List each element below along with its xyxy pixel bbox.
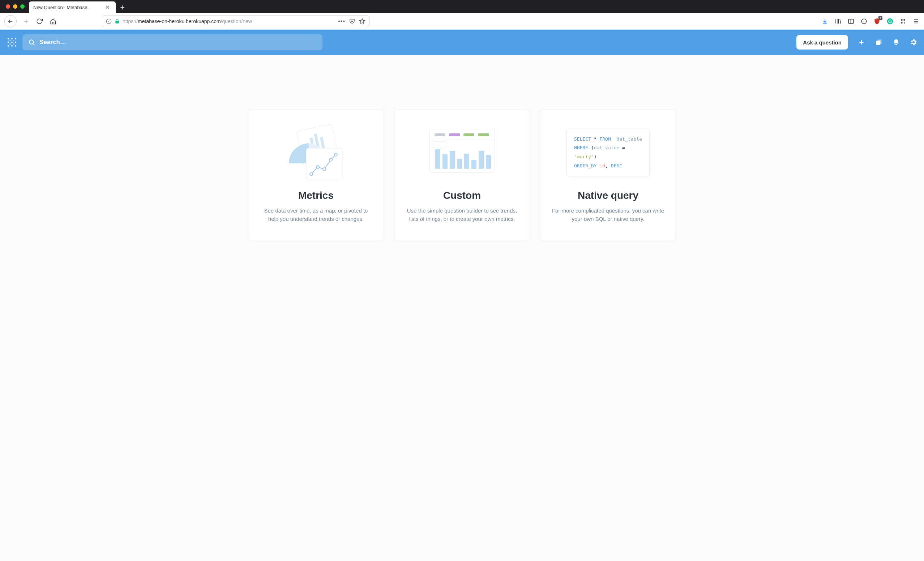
svg-point-13 — [15, 42, 16, 43]
question-type-cards: Metrics See data over time, as a map, or… — [249, 109, 675, 241]
custom-illustration — [405, 122, 519, 183]
metrics-illustration — [258, 122, 374, 183]
window-close-icon[interactable] — [6, 4, 10, 9]
svg-rect-6 — [901, 22, 903, 24]
new-tab-button[interactable]: + — [117, 2, 128, 13]
svg-rect-4 — [901, 19, 903, 21]
lock-icon — [115, 19, 120, 24]
svg-rect-44 — [450, 151, 455, 169]
svg-point-19 — [9, 44, 11, 45]
search-input[interactable] — [39, 39, 316, 46]
search-box[interactable] — [22, 34, 322, 50]
svg-point-30 — [310, 173, 313, 176]
svg-point-9 — [11, 38, 13, 39]
svg-rect-41 — [433, 141, 446, 148]
window-minimize-icon[interactable] — [13, 4, 17, 9]
home-icon — [50, 18, 56, 25]
svg-point-20 — [13, 44, 15, 45]
page-actions-icon[interactable]: ••• — [338, 18, 345, 25]
tab-title: New Question · Metabase — [33, 5, 104, 10]
svg-point-33 — [329, 158, 332, 161]
window-maximize-icon[interactable] — [20, 4, 25, 9]
svg-rect-39 — [478, 134, 489, 136]
svg-rect-46 — [464, 154, 469, 169]
reload-button[interactable] — [35, 16, 44, 26]
navbar-right: Ask a question — [796, 35, 918, 50]
toolbar-extensions: 1 — [821, 18, 920, 25]
url-host: metabase-on-heroku.herokuapp.com — [138, 18, 221, 24]
sql-sample: SELECT * FROM dat_table WHERE (dat_value… — [567, 129, 650, 177]
card-title: Native query — [550, 190, 666, 201]
tab-close-icon[interactable]: ✕ — [104, 4, 111, 10]
card-title: Metrics — [258, 190, 374, 201]
metabase-logo[interactable] — [6, 37, 17, 48]
collections-icon[interactable] — [875, 38, 883, 46]
svg-point-12 — [11, 42, 13, 43]
svg-point-34 — [334, 153, 337, 156]
sidebar-icon[interactable] — [848, 18, 855, 25]
card-description: Use the simple question builder to see t… — [405, 206, 519, 224]
svg-point-8 — [8, 38, 9, 39]
svg-rect-49 — [486, 155, 491, 169]
grammarly-icon[interactable] — [886, 18, 894, 25]
settings-icon[interactable] — [909, 38, 918, 46]
svg-rect-7 — [904, 22, 905, 24]
svg-rect-38 — [464, 134, 474, 136]
ublock-icon[interactable]: 1 — [873, 18, 880, 25]
native-query-illustration: SELECT * FROM dat_table WHERE (dat_value… — [550, 122, 666, 183]
browser-tab[interactable]: New Question · Metabase ✕ — [29, 2, 116, 13]
svg-point-15 — [11, 45, 13, 46]
browser-toolbar: https://metabase-on-heroku.herokuapp.com… — [0, 13, 924, 30]
svg-point-16 — [15, 45, 16, 46]
address-bar-actions: ••• — [338, 18, 366, 25]
svg-rect-48 — [478, 151, 484, 169]
svg-rect-43 — [442, 154, 447, 169]
reload-icon — [36, 18, 43, 25]
page-content: Metrics See data over time, as a map, or… — [0, 55, 924, 296]
card-custom[interactable]: Custom Use the simple question builder t… — [395, 109, 529, 241]
card-native-query[interactable]: SELECT * FROM dat_table WHERE (dat_value… — [541, 109, 675, 241]
url-protocol: https:// — [123, 18, 138, 24]
tab-strip: New Question · Metabase ✕ + — [0, 0, 924, 13]
notifications-icon[interactable] — [892, 38, 900, 46]
svg-point-17 — [9, 40, 11, 41]
info-circle-icon[interactable] — [860, 18, 868, 25]
forward-button — [21, 16, 30, 26]
info-icon[interactable] — [106, 18, 112, 24]
arrow-right-icon — [22, 18, 29, 25]
svg-point-10 — [15, 38, 16, 39]
ask-question-button[interactable]: Ask a question — [796, 35, 848, 50]
create-icon[interactable] — [858, 38, 866, 46]
hamburger-menu-icon[interactable] — [912, 18, 920, 25]
search-icon — [28, 39, 35, 46]
url-path: /question/new — [221, 18, 252, 24]
svg-point-31 — [316, 165, 319, 168]
card-metrics[interactable]: Metrics See data over time, as a map, or… — [249, 109, 383, 241]
svg-rect-47 — [471, 160, 477, 169]
bookmark-star-icon[interactable] — [359, 18, 366, 25]
app-navbar: Ask a question — [0, 30, 924, 55]
svg-rect-37 — [449, 134, 460, 136]
svg-rect-5 — [904, 19, 906, 21]
svg-point-11 — [8, 42, 9, 43]
pocket-icon[interactable] — [349, 18, 356, 25]
downloads-icon[interactable] — [821, 18, 829, 25]
svg-rect-23 — [876, 41, 880, 45]
library-icon[interactable] — [834, 18, 842, 25]
browser-chrome: New Question · Metabase ✕ + — [0, 0, 924, 13]
window-controls — [4, 0, 29, 13]
arrow-left-icon — [7, 18, 14, 25]
card-description: For more complicated questions, you can … — [550, 206, 666, 224]
svg-point-18 — [13, 40, 15, 41]
svg-point-21 — [29, 40, 33, 44]
home-button[interactable] — [48, 16, 58, 26]
back-button[interactable] — [4, 15, 16, 27]
apps-icon[interactable] — [899, 18, 907, 25]
address-bar[interactable]: https://metabase-on-heroku.herokuapp.com… — [102, 15, 369, 27]
svg-rect-45 — [457, 159, 462, 169]
ublock-badge: 1 — [879, 16, 882, 20]
svg-point-14 — [8, 45, 9, 46]
url-text: https://metabase-on-heroku.herokuapp.com… — [123, 18, 252, 25]
svg-point-3 — [887, 18, 893, 24]
svg-rect-42 — [435, 149, 440, 169]
